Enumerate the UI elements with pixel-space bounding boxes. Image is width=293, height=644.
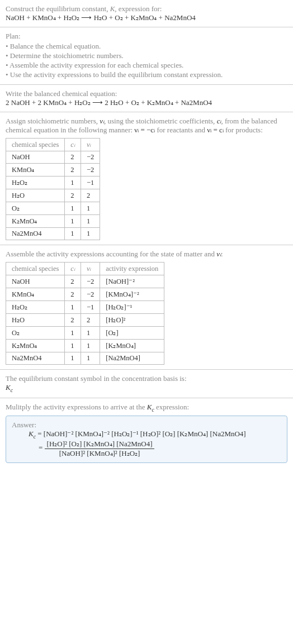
cell: 2 (81, 189, 100, 202)
table-row: H₂O22 (6, 189, 100, 202)
table-row: O₂11 (6, 202, 100, 215)
cell: [KMnO₄]⁻² (100, 288, 164, 301)
answer-label: Answer: (12, 421, 281, 430)
cell: H₂O₂ (6, 176, 65, 189)
multiply-text: Mulitply the activity expressions to arr… (6, 403, 287, 413)
table-row: NaOH2−2[NaOH]⁻² (6, 275, 164, 288)
fraction-numerator: [H₂O]² [O₂] [K₂MnO₄] [Na2MnO4] (45, 440, 155, 449)
cell: −1 (81, 176, 100, 189)
cell: [H₂O₂]⁻¹ (100, 301, 164, 314)
plan-item: • Assemble the activity expression for e… (6, 61, 287, 70)
cell: −2 (81, 164, 100, 176)
cell: 2 (65, 275, 81, 288)
plan-bullets: • Balance the chemical equation. • Deter… (6, 42, 287, 79)
cell: 1 (65, 340, 81, 352)
plan-title: Plan: (6, 32, 287, 41)
balanced-equation: 2 NaOH + 2 KMnO₄ + H₂O₂ ⟶ 2 H₂O + O₂ + K… (6, 98, 287, 107)
th-nu: νᵢ (81, 139, 100, 151)
cell: [NaOH]⁻² (100, 275, 164, 288)
stoich-text-a: Assign stoichiometric numbers, (6, 117, 100, 125)
kc-symbol-text: The equilibrium constant symbol in the c… (6, 374, 287, 383)
stoich-text: Assign stoichiometric numbers, νᵢ, using… (6, 117, 287, 135)
cell: 2 (81, 314, 100, 327)
nu-symbol: νᵢ (100, 117, 104, 125)
fraction-denominator: [NaOH]² [KMnO₄]² [H₂O₂] (45, 449, 155, 458)
th-species: chemical species (6, 139, 65, 151)
activity-table: chemical species cᵢ νᵢ activity expressi… (6, 262, 164, 365)
activity-text-b: : (221, 250, 223, 258)
multiply-text-a: Mulitply the activity expressions to arr… (6, 403, 147, 411)
table-row: O₂11[O₂] (6, 327, 164, 340)
cell: [H₂O]² (100, 314, 164, 327)
answer-line1: Kc = [NaOH]⁻² [KMnO₄]⁻² [H₂O₂]⁻¹ [H₂O]² … (29, 430, 281, 440)
th-species: chemical species (6, 263, 65, 275)
cell: [K₂MnO₄] (100, 340, 164, 352)
cell: O₂ (6, 202, 65, 215)
table-row: Na2MnO411[Na2MnO4] (6, 352, 164, 365)
cell: K₂MnO₄ (6, 215, 65, 228)
cell: NaOH (6, 151, 65, 164)
cell: 1 (65, 228, 81, 240)
cell: 1 (81, 202, 100, 215)
stoich-text-d: for reactants and (155, 126, 207, 134)
cell: 1 (81, 340, 100, 352)
answer-box: Answer: Kc = [NaOH]⁻² [KMnO₄]⁻² [H₂O₂]⁻¹… (6, 416, 287, 463)
cell: 1 (65, 215, 81, 228)
cell: 2 (65, 189, 81, 202)
cell: K₂MnO₄ (6, 340, 65, 352)
plan-item: • Use the activity expressions to build … (6, 70, 287, 79)
multiply-text-b: expression: (154, 403, 189, 411)
prompt-text-2: , expression for: (115, 4, 162, 13)
multiply-section: Mulitply the activity expressions to arr… (0, 398, 293, 468)
cell: −2 (81, 151, 100, 164)
answer-line2: = [H₂O]² [O₂] [K₂MnO₄] [Na2MnO4] [NaOH]²… (39, 440, 281, 458)
plan-item: • Balance the chemical equation. (6, 42, 287, 51)
cell: 1 (65, 176, 81, 189)
table-row: H₂O₂1−1[H₂O₂]⁻¹ (6, 301, 164, 314)
table-row: KMnO₄2−2 (6, 164, 100, 176)
cell: H₂O (6, 189, 65, 202)
activity-text: Assemble the activity expressions accoun… (6, 250, 287, 259)
cell: 2 (65, 164, 81, 176)
cell: KMnO₄ (6, 288, 65, 301)
cell: KMnO₄ (6, 164, 65, 176)
table-row: K₂MnO₄11 (6, 215, 100, 228)
cell: Na2MnO4 (6, 352, 65, 365)
cell: −2 (81, 275, 100, 288)
stoich-rel2: νᵢ = cᵢ (207, 126, 223, 134)
plan-section: Plan: • Balance the chemical equation. •… (0, 27, 293, 85)
table-row: KMnO₄2−2[KMnO₄]⁻² (6, 288, 164, 301)
cell: 2 (65, 288, 81, 301)
cell: −2 (81, 288, 100, 301)
th-activity: activity expression (100, 263, 164, 275)
cell: −1 (81, 301, 100, 314)
cell: 1 (65, 202, 81, 215)
answer-fraction: [H₂O]² [O₂] [K₂MnO₄] [Na2MnO4] [NaOH]² [… (45, 440, 155, 458)
th-ci: cᵢ (65, 263, 81, 275)
table-row: H₂O22[H₂O]² (6, 314, 164, 327)
cell: Na2MnO4 (6, 228, 65, 240)
balanced-title: Write the balanced chemical equation: (6, 89, 287, 98)
cell: 1 (81, 215, 100, 228)
table-row: H₂O₂1−1 (6, 176, 100, 189)
cell: 1 (81, 327, 100, 340)
table-row: Na2MnO411 (6, 228, 100, 240)
cell: [O₂] (100, 327, 164, 340)
nu-symbol: νᵢ (216, 250, 221, 258)
stoich-rel1: νᵢ = −cᵢ (134, 126, 155, 134)
table-row: K₂MnO₄11[K₂MnO₄] (6, 340, 164, 352)
plan-item: • Determine the stoichiometric numbers. (6, 51, 287, 60)
stoich-section: Assign stoichiometric numbers, νᵢ, using… (0, 112, 293, 245)
cell: 2 (65, 151, 81, 164)
unbalanced-equation: NaOH + KMnO₄ + H₂O₂ ⟶ H₂O + O₂ + K₂MnO₄ … (6, 13, 287, 22)
table-header-row: chemical species cᵢ νᵢ (6, 139, 100, 151)
kc-symbol-section: The equilibrium constant symbol in the c… (0, 370, 293, 398)
stoich-table: chemical species cᵢ νᵢ NaOH2−2 KMnO₄2−2 … (6, 138, 100, 240)
prompt-text-1: Construct the equilibrium constant, (6, 4, 110, 13)
balanced-section: Write the balanced chemical equation: 2 … (0, 85, 293, 112)
stoich-text-b: , using the stoichiometric coefficients, (104, 117, 217, 125)
question-prompt: Construct the equilibrium constant, K, e… (6, 4, 287, 13)
cell: [Na2MnO4] (100, 352, 164, 365)
cell: 1 (65, 352, 81, 365)
answer-expr1: = [NaOH]⁻² [KMnO₄]⁻² [H₂O₂]⁻¹ [H₂O]² [O₂… (36, 430, 246, 438)
